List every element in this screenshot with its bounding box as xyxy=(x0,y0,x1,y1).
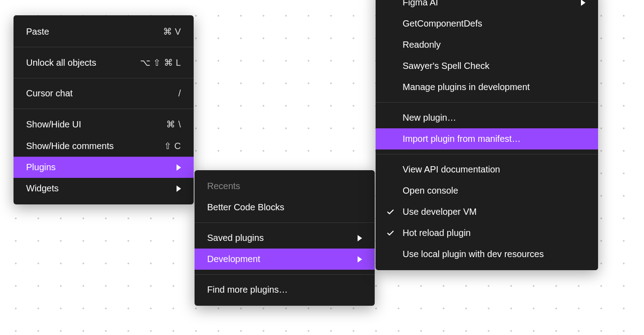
context-menu: Paste ⌘ V Unlock all objects ⌥ ⇧ ⌘ L Cur… xyxy=(14,15,194,204)
menu-divider xyxy=(195,222,375,223)
menu-item-open-console[interactable]: Open console xyxy=(376,180,598,201)
plugins-submenu: Recents Better Code Blocks Saved plugins… xyxy=(195,170,375,306)
menu-item-label: Show/Hide comments xyxy=(26,141,153,151)
menu-item-label: Import plugin from manifest… xyxy=(403,134,585,144)
menu-item-unlock-all[interactable]: Unlock all objects ⌥ ⇧ ⌘ L xyxy=(14,52,194,73)
menu-divider xyxy=(14,78,194,78)
menu-item-label: Saved plugins xyxy=(207,233,347,243)
menu-item-plugins[interactable]: Plugins xyxy=(14,157,194,178)
development-submenu: Figma AI GetComponentDefs Readonly Sawye… xyxy=(376,0,598,270)
menu-item-shortcut: ⌥ ⇧ ⌘ L xyxy=(140,57,181,68)
menu-item-spell-check[interactable]: Sawyer's Spell Check xyxy=(376,55,598,77)
menu-item-paste[interactable]: Paste ⌘ V xyxy=(14,21,194,42)
menu-item-label: GetComponentDefs xyxy=(403,18,585,29)
menu-item-show-hide-comments[interactable]: Show/Hide comments ⇧ C xyxy=(14,135,194,157)
menu-item-label: Paste xyxy=(26,27,152,37)
menu-item-label: Use developer VM xyxy=(403,207,585,217)
menu-item-shortcut: ⌘ \ xyxy=(166,119,181,130)
menu-divider xyxy=(14,109,194,109)
submenu-arrow-icon xyxy=(358,256,362,263)
menu-item-label: New plugin… xyxy=(403,113,585,123)
menu-item-label: Plugins xyxy=(26,162,166,172)
menu-item-saved-plugins[interactable]: Saved plugins xyxy=(195,227,375,249)
menu-item-development[interactable]: Development xyxy=(195,249,375,270)
menu-item-label: Figma AI xyxy=(403,0,570,8)
menu-item-label: Sawyer's Spell Check xyxy=(403,61,585,71)
menu-item-better-code-blocks[interactable]: Better Code Blocks xyxy=(195,197,375,218)
menu-item-new-plugin[interactable]: New plugin… xyxy=(376,107,598,128)
menu-item-label: Open console xyxy=(403,186,585,196)
menu-item-view-api-docs[interactable]: View API documentation xyxy=(376,159,598,180)
menu-item-cursor-chat[interactable]: Cursor chat / xyxy=(14,83,194,104)
menu-item-label: Unlock all objects xyxy=(26,58,129,68)
menu-item-readonly[interactable]: Readonly xyxy=(376,34,598,55)
menu-header-label: Recents xyxy=(207,181,240,191)
menu-divider xyxy=(195,274,375,275)
menu-item-import-manifest[interactable]: Import plugin from manifest… xyxy=(376,128,598,149)
menu-section-header: Recents xyxy=(195,176,375,197)
check-icon xyxy=(386,208,403,216)
menu-divider xyxy=(14,47,194,47)
submenu-arrow-icon xyxy=(358,235,362,241)
menu-divider xyxy=(376,102,598,103)
submenu-arrow-icon xyxy=(581,0,585,6)
menu-item-find-more-plugins[interactable]: Find more plugins… xyxy=(195,279,375,300)
submenu-arrow-icon xyxy=(177,164,181,171)
menu-item-label: Find more plugins… xyxy=(207,285,362,295)
menu-item-label: Cursor chat xyxy=(26,88,168,99)
menu-item-figma-ai[interactable]: Figma AI xyxy=(376,0,598,13)
menu-item-label: Readonly xyxy=(403,40,585,50)
menu-item-label: Manage plugins in development xyxy=(403,82,585,92)
menu-item-manage-plugins[interactable]: Manage plugins in development xyxy=(376,77,598,98)
menu-item-label: Show/Hide UI xyxy=(26,119,155,130)
menu-item-label: Use local plugin with dev resources xyxy=(403,249,585,259)
menu-item-label: Hot reload plugin xyxy=(403,228,585,238)
menu-item-use-dev-vm[interactable]: Use developer VM xyxy=(376,201,598,222)
menu-item-get-component-defs[interactable]: GetComponentDefs xyxy=(376,13,598,34)
submenu-arrow-icon xyxy=(177,186,181,192)
menu-item-label: Widgets xyxy=(26,183,166,194)
menu-item-use-local-dev[interactable]: Use local plugin with dev resources xyxy=(376,244,598,265)
menu-item-shortcut: ⇧ C xyxy=(164,140,181,151)
check-icon xyxy=(386,229,403,237)
menu-item-label: Development xyxy=(207,254,347,264)
menu-item-shortcut: ⌘ V xyxy=(163,26,181,37)
menu-divider xyxy=(376,154,598,154)
menu-item-widgets[interactable]: Widgets xyxy=(14,178,194,199)
menu-item-label: Better Code Blocks xyxy=(207,202,362,213)
menu-item-hot-reload[interactable]: Hot reload plugin xyxy=(376,222,598,244)
menu-item-shortcut: / xyxy=(178,88,181,99)
menu-item-label: View API documentation xyxy=(403,164,585,175)
menu-item-show-hide-ui[interactable]: Show/Hide UI ⌘ \ xyxy=(14,113,194,135)
